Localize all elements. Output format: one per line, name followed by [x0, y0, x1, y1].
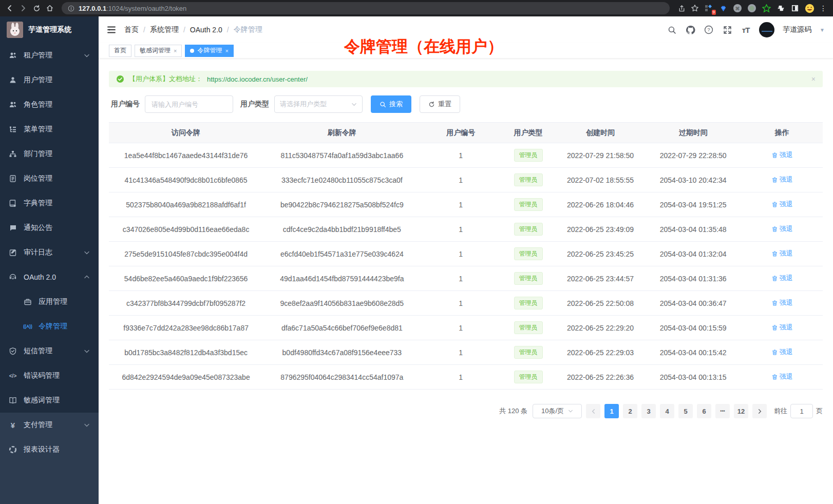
sidebar-item-errcode[interactable]: </>错误码管理 [0, 363, 99, 388]
page-button-6[interactable]: 6 [697, 404, 711, 418]
chevron-down-icon [568, 409, 573, 414]
goto-suffix: 页 [816, 406, 823, 416]
circle-extension-icon[interactable] [747, 3, 757, 13]
fullscreen-icon[interactable] [722, 25, 732, 35]
page-size-select[interactable]: 10条/页 [533, 404, 582, 418]
svg-text:?: ? [707, 27, 710, 32]
page-ellipsis[interactable]: ••• [715, 404, 730, 418]
table-body: 1ea5e44f8bc1467aaede43144f31de76811c5304… [109, 143, 823, 390]
user-id-input[interactable] [145, 95, 233, 113]
prev-page-button[interactable] [586, 404, 600, 418]
gem-extension-icon[interactable] [718, 3, 728, 13]
breadcrumb-separator: / [143, 26, 145, 34]
table-row: 54d6be82ee5a460a9aedc1f9bf22365649d1aa46… [109, 266, 823, 291]
logo-rabbit-avatar [7, 22, 23, 38]
back-icon[interactable] [5, 4, 14, 13]
breadcrumb-item[interactable]: OAuth 2.0 [190, 26, 222, 34]
tab-敏感词管理[interactable]: 敏感词管理× [135, 45, 182, 57]
sidebar-item-sms[interactable]: 短信管理 [0, 339, 99, 363]
force-logout-button[interactable]: 强退 [771, 274, 793, 283]
chevron-down-icon [351, 102, 357, 107]
force-logout-button[interactable]: 强退 [771, 347, 793, 357]
browser-menu-icon[interactable]: ⋮ [819, 4, 828, 13]
page-button-1[interactable]: 1 [604, 404, 619, 418]
sidebar-item-role[interactable]: 角色管理 [0, 92, 99, 117]
breadcrumb-item[interactable]: 首页 [124, 25, 139, 34]
force-logout-button[interactable]: 强退 [771, 175, 793, 184]
collapse-sidebar-icon[interactable] [106, 24, 117, 35]
breadcrumb-item[interactable]: 系统管理 [150, 25, 179, 34]
tab-首页[interactable]: 首页 [109, 45, 131, 57]
site-info-icon[interactable] [68, 5, 74, 12]
force-logout-button[interactable]: 强退 [771, 249, 793, 258]
sidebar-item-audit[interactable]: 审计日志 [0, 240, 99, 265]
search-icon[interactable] [667, 25, 677, 35]
sidebar-item-sensitive[interactable]: 敏感词管理 [0, 388, 99, 413]
svg-text:⌘: ⌘ [735, 6, 740, 11]
reset-button[interactable]: 重置 [420, 95, 460, 113]
sidebar-item-dict[interactable]: 字典管理 [0, 191, 99, 216]
user-id-cell: 1 [421, 242, 501, 266]
sidebar-item-oauth-token[interactable]: ((A))令牌管理 [0, 314, 99, 339]
force-logout-label: 强退 [780, 323, 793, 332]
alert-doc-link[interactable]: https://doc.iocoder.cn/user-center/ [207, 75, 308, 83]
page-button-4[interactable]: 4 [660, 404, 674, 418]
font-size-icon[interactable]: ᴛT [741, 25, 751, 35]
tab-close-icon[interactable]: × [225, 48, 228, 54]
forward-icon[interactable] [18, 4, 28, 13]
next-page-button[interactable] [752, 404, 767, 418]
sidebar: 芋道管理系统 租户管理用户管理角色管理菜单管理部门管理岗位管理字典管理通知公告审… [0, 16, 99, 504]
sidebar-item-notice[interactable]: 通知公告 [0, 216, 99, 240]
force-logout-button[interactable]: 强退 [771, 150, 793, 160]
extension-blocks-icon[interactable]: 9 [704, 3, 714, 13]
force-logout-button[interactable]: 强退 [771, 372, 793, 381]
sidebar-item-report[interactable]: 报表设计器 [0, 437, 99, 462]
page-button-2[interactable]: 2 [623, 404, 637, 418]
sidebar-item-dept[interactable]: 部门管理 [0, 142, 99, 166]
sidebar-item-oauth[interactable]: OAuth 2.0 [0, 265, 99, 289]
force-logout-label: 强退 [780, 150, 793, 160]
tab-close-icon[interactable]: × [174, 48, 177, 54]
sidebar-item-oauth-app[interactable]: 应用管理 [0, 289, 99, 314]
trash-icon [771, 324, 778, 331]
tab-令牌管理[interactable]: 令牌管理× [185, 45, 233, 57]
sidebar-item-user[interactable]: 用户管理 [0, 68, 99, 92]
page-button-3[interactable]: 3 [641, 404, 656, 418]
force-logout-button[interactable]: 强退 [771, 200, 793, 209]
page-button-12[interactable]: 12 [734, 404, 748, 418]
user-avatar[interactable] [759, 22, 774, 37]
reload-icon[interactable] [32, 4, 41, 13]
bookmark-star-icon[interactable] [690, 4, 699, 13]
user-menu-caret-icon[interactable]: ▼ [820, 27, 825, 33]
share-icon[interactable] [677, 4, 686, 13]
force-logout-button[interactable]: 强退 [771, 224, 793, 234]
puzzle-extension-icon[interactable] [775, 3, 786, 13]
sidebar-item-post[interactable]: 岗位管理 [0, 166, 99, 191]
user-type-badge: 管理员 [514, 346, 543, 359]
command-extension-icon[interactable]: ⌘ [732, 3, 743, 13]
force-logout-button[interactable]: 强退 [771, 323, 793, 332]
emoji-profile-icon[interactable] [804, 3, 815, 13]
breadcrumb-item[interactable]: 令牌管理 [234, 25, 262, 34]
user-name[interactable]: 芋道源码 [783, 25, 811, 34]
sidebar-item-menu[interactable]: 菜单管理 [0, 117, 99, 142]
user-type-cell: 管理员 [501, 291, 556, 316]
help-icon[interactable]: ? [704, 25, 714, 35]
sidebar-item-pay[interactable]: ¥支付管理 [0, 413, 99, 437]
goto-page-input[interactable] [790, 404, 813, 418]
force-logout-button[interactable]: 强退 [771, 298, 793, 307]
green-star-extension-icon[interactable] [761, 3, 771, 13]
search-button[interactable]: 搜索 [371, 95, 411, 113]
address-bar[interactable]: 127.0.0.1:1024/system/oauth2/token [62, 2, 670, 14]
user-id-cell: 1 [421, 217, 501, 242]
github-icon[interactable] [685, 25, 695, 35]
sidebar-item-tenant[interactable]: 租户管理 [0, 43, 99, 68]
app-logo[interactable]: 芋道管理系统 [0, 16, 99, 43]
alert-close-icon[interactable]: × [811, 75, 816, 83]
user-id-cell: 1 [421, 316, 501, 340]
force-logout-label: 强退 [780, 175, 793, 184]
user-type-select[interactable]: 请选择用户类型 [274, 95, 363, 113]
reader-extension-icon[interactable] [790, 3, 800, 13]
home-icon[interactable] [45, 4, 54, 13]
page-button-5[interactable]: 5 [678, 404, 693, 418]
